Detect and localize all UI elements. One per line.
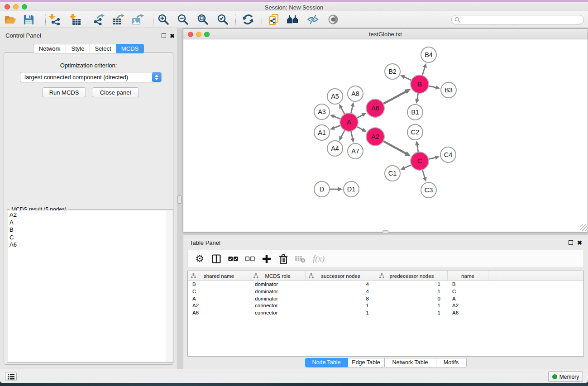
create-column-button[interactable] (260, 253, 273, 265)
select-spinner-icon (152, 72, 161, 82)
delete-table-icon (295, 254, 306, 263)
float-table-panel-icon[interactable] (569, 240, 573, 245)
select-all-button[interactable] (227, 253, 239, 265)
tab-mcds[interactable]: MCDS (116, 44, 144, 53)
table-row-b[interactable]: Bdominator41B (188, 281, 583, 288)
tab-edge-table[interactable]: Edge Table (348, 358, 385, 367)
network-window-titlebar: testGlobe.txt (183, 29, 588, 39)
graph-edge-C-C2[interactable] (417, 144, 418, 152)
tab-network-table[interactable]: Network Table (385, 358, 436, 367)
column-header-predecessor-nodes[interactable]: predecessor nodes (376, 271, 448, 281)
graph-edge-A-A3[interactable] (333, 116, 340, 119)
function-builder-button[interactable]: f(x) (311, 253, 327, 265)
horizontal-splitter-grip[interactable] (382, 230, 388, 234)
graph-edge-A6-B[interactable] (383, 91, 406, 104)
result-item-a[interactable]: A (10, 219, 172, 227)
close-table-panel-icon[interactable]: ✖ (577, 240, 582, 246)
table-row-a[interactable]: Adominator80A (188, 295, 583, 303)
export-image-button[interactable] (130, 13, 145, 26)
graph-edge-A-A5[interactable] (341, 107, 345, 114)
cell-predecessor-nodes: 1 (376, 288, 448, 295)
graph-arrowhead-C-C2 (415, 141, 419, 146)
houses-button[interactable] (286, 13, 300, 26)
delete-table-button[interactable] (294, 253, 306, 265)
column-header-shared-name[interactable]: shared name (188, 271, 250, 281)
result-item-c[interactable]: C (10, 234, 172, 242)
result-item-a6[interactable]: A6 (10, 241, 172, 249)
close-panel-icon[interactable]: ✖ (170, 33, 175, 39)
search-input[interactable] (461, 16, 583, 23)
graph-edge-B-B4[interactable] (422, 67, 425, 76)
graph-edge-A-A8[interactable] (351, 105, 353, 113)
deselect-all-button[interactable] (244, 253, 256, 265)
cell-successor-nodes: 4 (306, 288, 376, 295)
clone-network-button[interactable] (267, 13, 281, 26)
zoom-selected-button[interactable] (215, 13, 230, 26)
graph-edge-A-A4[interactable] (341, 130, 345, 138)
mcds-result-list[interactable]: A2ABCA6 (8, 210, 172, 362)
graph-edge-C-C3[interactable] (422, 170, 425, 178)
show-graphics-details-button[interactable] (326, 13, 340, 26)
graph-arrowhead-B-B3 (435, 86, 440, 90)
graph-edge-A-A7[interactable] (351, 131, 353, 139)
zoom-fit-button[interactable] (196, 13, 210, 26)
table-row-a2[interactable]: A2connector11A2 (188, 302, 583, 310)
node-table: shared nameMCDS rolesuccessor nodesprede… (187, 271, 584, 357)
column-header-successor-nodes[interactable]: successor nodes (306, 271, 376, 281)
resize-corner-grip[interactable] (580, 224, 587, 231)
tab-node-table[interactable]: Node Table (305, 358, 348, 367)
plus-icon (262, 254, 271, 263)
float-panel-icon[interactable] (162, 33, 166, 38)
tab-motifs[interactable]: Motifs (436, 358, 467, 367)
graph-edge-B-B1[interactable] (417, 93, 418, 100)
main-area: Control Panel ✖ NetworkStyleSelectMCDS O… (0, 28, 588, 369)
network-canvas[interactable]: B4B2BB3A5A8A6B1A3AA1C2A2A4A7C4CC1C3DD1 (183, 40, 588, 232)
cell-successor-nodes: 4 (306, 281, 376, 288)
graph-arrowhead-A-A7 (350, 138, 354, 143)
zoom-fit-icon (197, 14, 209, 25)
hide-graphics-details-button[interactable] (306, 13, 320, 26)
table-row-a6[interactable]: A6connector11A6 (188, 310, 583, 317)
tab-network[interactable]: Network (33, 44, 66, 53)
panel-splitter-grip[interactable] (177, 195, 182, 204)
graph-edge-A-A1[interactable] (333, 125, 340, 128)
toolbar-separator (262, 14, 262, 25)
save-session-button[interactable] (21, 13, 36, 26)
result-list-scrollbar[interactable] (167, 210, 172, 362)
graph-node-label-A2: A2 (371, 133, 379, 140)
column-header-MCDS-role[interactable]: MCDS role (250, 271, 306, 281)
show-column-button[interactable] (210, 253, 223, 265)
import-network-button[interactable] (47, 13, 62, 26)
graph-edge-B-B2[interactable] (403, 76, 411, 80)
graph-edge-A2-C[interactable] (383, 141, 407, 154)
graph-edge-B-B3[interactable] (429, 86, 437, 88)
run-mcds-button[interactable]: Run MCDS (42, 87, 86, 97)
import-table-button[interactable] (68, 13, 82, 26)
graph-edge-C-C1[interactable] (404, 165, 411, 168)
graph-node-label-B2: B2 (388, 68, 397, 75)
result-item-b[interactable]: B (10, 226, 172, 234)
memory-button[interactable]: Memory (548, 372, 583, 382)
table-row-c[interactable]: Cdominator41C (188, 288, 583, 295)
graph-edge-C-C4[interactable] (429, 157, 436, 159)
table-settings-button[interactable]: ⚙ (193, 253, 206, 265)
result-item-a2[interactable]: A2 (10, 211, 172, 219)
export-network-button[interactable] (91, 13, 106, 26)
graph-edge-A-A2[interactable] (357, 127, 363, 130)
select-all-icon (228, 256, 238, 262)
tab-style[interactable]: Style (66, 44, 90, 53)
show-task-history-button[interactable] (5, 372, 17, 381)
zoom-out-button[interactable] (176, 13, 190, 26)
zoom-in-button[interactable] (156, 13, 171, 26)
open-session-button[interactable] (3, 13, 17, 26)
graph-edge-A-A6[interactable] (357, 114, 363, 118)
delete-column-button[interactable] (277, 253, 290, 265)
close-panel-button[interactable]: Close panel (92, 87, 139, 97)
export-table-button[interactable] (111, 13, 125, 26)
graph-node-label-B4: B4 (425, 51, 433, 58)
tab-select[interactable]: Select (90, 44, 116, 53)
cell-name: B (448, 281, 488, 288)
column-header-name[interactable]: name (448, 271, 488, 281)
apply-layout-button[interactable] (241, 13, 255, 26)
optimization-criterion-select[interactable]: largest connected component (directed) (20, 72, 162, 82)
